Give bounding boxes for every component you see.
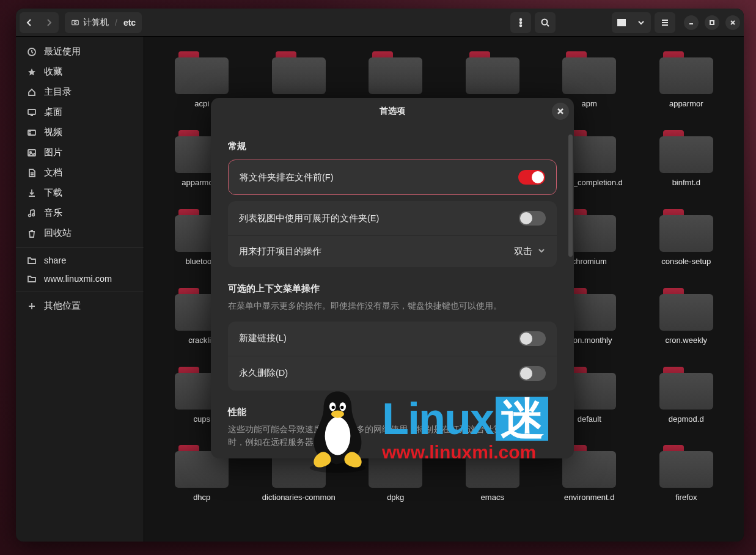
path-bar[interactable]: 计算机 / etc [65,12,142,33]
download-icon [27,188,37,198]
search-button[interactable] [535,12,556,33]
kebab-menu-button[interactable] [510,12,531,33]
desktop-icon [27,108,37,117]
folder-label: cron.weekly [665,336,707,346]
toggle-create-link[interactable] [519,331,546,346]
music-icon [27,208,37,218]
sidebar-item-doc[interactable]: 文档 [16,163,144,183]
nav-buttons [20,12,59,33]
toggle-delete-permanent[interactable] [519,366,546,381]
sidebar-item-desktop[interactable]: 桌面 [16,102,144,122]
folder-icon [659,209,713,252]
svg-point-1 [74,21,76,24]
sidebar-item-folder[interactable]: share [16,251,144,270]
folder-icon [272,51,326,94]
pref-sort-folders-first[interactable]: 将文件夹排在文件前(F) [229,160,556,194]
folder-item[interactable]: binfmt.d [641,128,732,191]
folder-item[interactable]: depmod.d [641,364,732,427]
folder-label: acpi [194,99,209,109]
sidebar: 最近使用收藏主目录桌面视频图片文档下载音乐回收站sharewww.linuxmi… [16,37,144,542]
dialog-scrollbar[interactable] [568,134,573,257]
sidebar-item-clock[interactable]: 最近使用 [16,42,144,62]
doc-icon [27,168,37,178]
dialog-body[interactable]: 常规 将文件夹排在文件前(F) 列表视图中使用可展开的文件夹(E) 用来打开项目… [211,125,574,458]
close-button[interactable] [725,15,740,30]
sidebar-item-music[interactable]: 音乐 [16,203,144,223]
toggle-sort-folders-first[interactable] [518,170,545,185]
folder-label: environment.d [564,493,614,503]
sidebar-item-video[interactable]: 视频 [16,122,144,142]
sidebar-item-trash[interactable]: 回收站 [16,223,144,243]
sidebar-item-image[interactable]: 图片 [16,142,144,163]
folder-item[interactable]: firefox [641,443,732,505]
folder-label: binfmt.d [672,178,700,188]
svg-rect-14 [28,109,35,114]
path-separator: / [115,18,117,28]
star-icon [27,67,37,77]
chevron-down-icon [537,246,546,257]
folder-icon [562,51,616,94]
folder-item[interactable]: console-setup [641,207,732,270]
sidebar-item-download[interactable]: 下载 [16,183,144,203]
folder-icon [369,51,422,94]
svg-point-21 [32,213,35,216]
maximize-button[interactable] [705,15,719,30]
dialog-title: 首选项 [380,106,405,117]
window-controls [684,15,740,30]
list-view-button[interactable] [612,12,631,33]
back-button[interactable] [20,12,39,33]
sidebar-item-label: 最近使用 [44,46,81,57]
folder-icon [27,255,37,265]
home-icon [27,87,37,97]
svg-rect-12 [710,21,714,24]
svg-point-5 [542,19,548,24]
folder-icon [659,51,713,94]
hamburger-menu-button[interactable] [655,12,675,33]
minimize-button[interactable] [684,15,699,30]
folder-label: apm [582,99,597,109]
toggle-expandable-folders[interactable] [519,211,546,226]
pref-expandable-folders[interactable]: 列表视图中使用可展开的文件夹(E) [228,201,557,236]
folder-icon [659,288,713,331]
clock-icon [27,47,37,57]
view-dropdown[interactable] [631,12,651,33]
svg-rect-9 [621,20,625,21]
path-segment[interactable]: etc [123,18,136,28]
folder-icon [175,51,229,94]
sidebar-item-star[interactable]: 收藏 [16,62,144,82]
dialog-close-button[interactable] [552,103,569,120]
sidebar-item-label: 回收站 [44,227,72,239]
folder-item[interactable]: cron.weekly [641,285,732,348]
dialog-header: 首选项 [211,98,574,125]
sidebar-item-label: 下载 [44,187,62,199]
pref-delete-permanent[interactable]: 永久删除(D) [228,356,557,391]
sidebar-item-plus[interactable]: 其他位置 [16,296,144,316]
sidebar-item-home[interactable]: 主目录 [16,82,144,102]
folder-label: default [578,414,601,425]
section-performance-sub: 这些功能可能会导致速度减慢和过多的网络使用，特别是在打开这台计算机外的文件时，例… [228,423,557,449]
pref-create-link[interactable]: 新建链接(L) [228,322,557,356]
svg-point-16 [29,131,31,132]
sidebar-item-label: 主目录 [44,86,72,98]
sidebar-item-label: www.linuxmi.com [44,274,112,284]
folder-label: cups [194,414,210,425]
pref-open-action[interactable]: 用来打开项目的操作 双击 [228,236,557,267]
pref-group-context: 新建链接(L) 永久删除(D) [228,322,557,391]
plus-icon [27,301,37,311]
svg-point-4 [520,24,522,26]
folder-label: emacs [481,493,504,503]
sidebar-item-label: 桌面 [44,106,62,118]
folder-item[interactable]: apparmor [641,49,732,112]
pref-group-general-2: 列表视图中使用可展开的文件夹(E) 用来打开项目的操作 双击 [228,201,557,267]
folder-label: console-setup [661,257,711,267]
path-root[interactable]: 计算机 [71,17,109,28]
sidebar-item-label: 视频 [44,127,62,138]
folder-label: chromium [572,257,607,267]
svg-rect-6 [618,20,620,21]
trash-icon [27,229,37,238]
preferences-dialog: 首选项 常规 将文件夹排在文件前(F) 列表视图中使用可展开的文件夹(E) 用来… [211,98,574,458]
forward-button[interactable] [39,12,59,33]
sidebar-item-folder[interactable]: www.linuxmi.com [16,270,144,288]
svg-point-2 [520,18,522,20]
folder-icon [659,367,713,410]
